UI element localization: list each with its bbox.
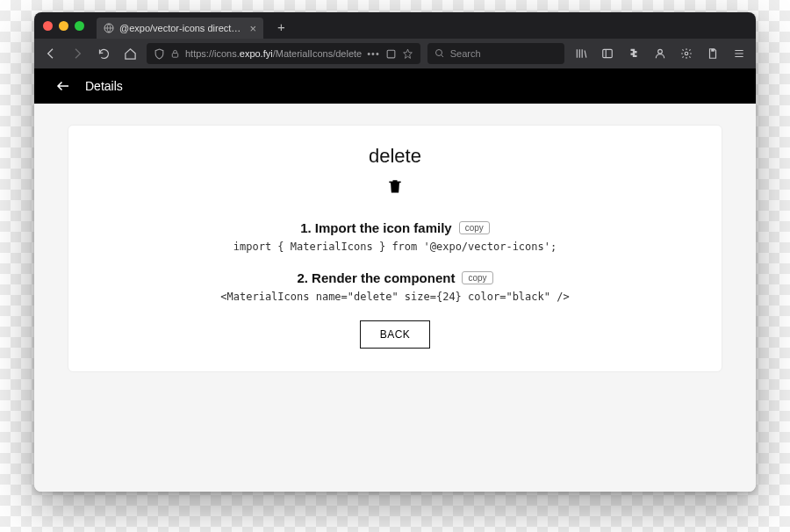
copy-render-button[interactable]: copy [462, 271, 492, 284]
browser-window: @expo/vector-icons directory × + https:/… [34, 12, 756, 492]
nav-forward-button [68, 44, 87, 63]
browser-tab[interactable]: @expo/vector-icons directory × [97, 18, 263, 39]
back-arrow-icon[interactable] [55, 78, 71, 94]
svg-rect-7 [711, 49, 715, 52]
tab-title: @expo/vector-icons directory [119, 23, 244, 33]
reader-icon[interactable] [385, 48, 397, 60]
browser-toolbar: https://icons.expo.fyi/MaterialIcons/del… [34, 39, 756, 68]
copy-import-button[interactable]: copy [459, 221, 490, 234]
close-icon[interactable] [43, 21, 53, 31]
tab-favicon-icon [104, 23, 114, 33]
page-title: Details [85, 79, 123, 93]
menu-icon[interactable] [729, 44, 749, 63]
new-tab-button[interactable]: + [277, 20, 285, 33]
svg-point-6 [685, 52, 688, 55]
step-2-title: 2. Render the component [297, 270, 455, 285]
svg-point-5 [658, 49, 663, 54]
tab-close-icon[interactable]: × [249, 23, 256, 34]
sidebar-icon[interactable] [598, 44, 617, 63]
import-code: import { MaterialIcons } from '@expo/vec… [233, 241, 557, 253]
svg-rect-4 [603, 49, 613, 57]
render-code: <MaterialIcons name="delete" size={24} c… [220, 291, 569, 303]
svg-rect-1 [172, 53, 177, 57]
page-header: Details [34, 68, 756, 104]
back-button[interactable]: BACK [360, 320, 431, 349]
toolbar-right [571, 44, 749, 63]
step-2-header: 2. Render the component copy [297, 270, 492, 285]
search-placeholder: Search [450, 48, 481, 59]
icon-name-heading: delete [369, 145, 421, 168]
page-actions-icon[interactable]: ••• [367, 48, 380, 59]
step-1-title: 1. Import the icon family [300, 220, 452, 235]
svg-point-3 [435, 50, 442, 56]
account-icon[interactable] [650, 44, 670, 63]
url-text: https://icons.expo.fyi/MaterialIcons/del… [185, 48, 362, 59]
delete-icon [386, 175, 404, 198]
icon-detail-card: delete 1. Import the icon family copy im… [68, 125, 722, 372]
maximize-icon[interactable] [75, 21, 84, 31]
address-bar[interactable]: https://icons.expo.fyi/MaterialIcons/del… [147, 43, 420, 64]
save-icon[interactable] [703, 44, 722, 63]
search-box[interactable]: Search [427, 43, 564, 64]
page-body: delete 1. Import the icon family copy im… [34, 104, 756, 492]
lock-icon [170, 49, 180, 59]
gear-icon[interactable] [677, 44, 696, 63]
bookmark-star-icon[interactable] [402, 48, 413, 60]
shield-icon [154, 48, 165, 60]
titlebar: @expo/vector-icons directory × + [34, 12, 756, 39]
extension-icon[interactable] [624, 44, 643, 63]
svg-rect-8 [389, 182, 400, 183]
search-icon [434, 48, 445, 59]
step-1-header: 1. Import the icon family copy [300, 220, 490, 235]
window-controls [43, 21, 84, 31]
library-icon[interactable] [571, 44, 591, 63]
minimize-icon[interactable] [59, 21, 68, 31]
reload-button[interactable] [94, 44, 113, 63]
nav-back-button[interactable] [41, 44, 61, 63]
svg-rect-2 [387, 50, 395, 58]
home-button[interactable] [120, 44, 140, 63]
